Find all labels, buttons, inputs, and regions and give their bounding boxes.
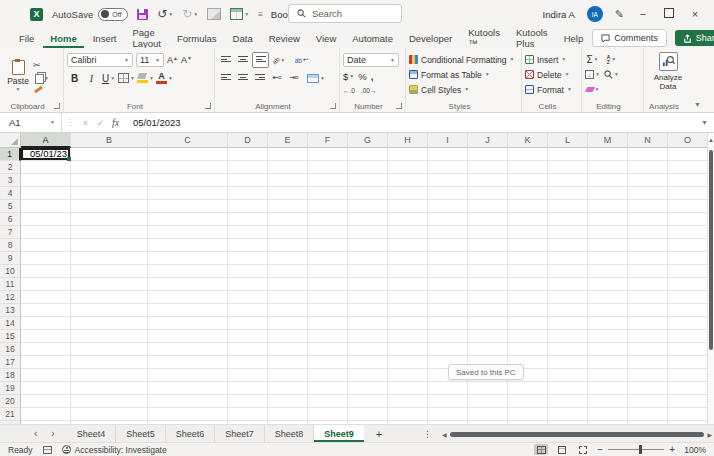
align-center-button[interactable]	[235, 71, 250, 85]
table-qat-icon[interactable]: ▼	[230, 8, 249, 20]
cell-I21[interactable]	[428, 408, 468, 421]
cell-I7[interactable]	[428, 226, 468, 239]
cell-O12[interactable]	[668, 291, 708, 304]
insert-function-button[interactable]: fx	[108, 117, 123, 128]
cell-E1[interactable]	[268, 148, 308, 161]
cell-G7[interactable]	[348, 226, 388, 239]
chevron-down-icon[interactable]: ▼	[110, 76, 115, 81]
cell-I2[interactable]	[428, 161, 468, 174]
tab-formulas[interactable]: Formulas	[170, 28, 224, 48]
zoom-level[interactable]: 100%	[682, 445, 706, 455]
align-right-button[interactable]	[252, 71, 267, 85]
sheet-tab-sheet9[interactable]: Sheet9	[314, 425, 364, 442]
cell-F16[interactable]	[308, 343, 348, 356]
format-painter-button[interactable]	[34, 86, 43, 94]
tab-file[interactable]: File	[12, 28, 41, 48]
cell-D6[interactable]	[228, 213, 268, 226]
number-dialog-launcher[interactable]	[396, 103, 402, 109]
search-input[interactable]: Search	[288, 4, 402, 23]
cell-C5[interactable]	[148, 200, 228, 213]
cell-H13[interactable]	[388, 304, 428, 317]
top-align-button[interactable]	[218, 53, 233, 67]
autosave-switch[interactable]: Off	[98, 8, 128, 21]
cell-N5[interactable]	[628, 200, 668, 213]
cell-N17[interactable]	[628, 356, 668, 369]
cell-E20[interactable]	[268, 395, 308, 408]
cell-A7[interactable]	[21, 226, 71, 239]
cell-J19[interactable]	[468, 382, 508, 395]
cell-E9[interactable]	[268, 252, 308, 265]
cell-J14[interactable]	[468, 317, 508, 330]
cell-F14[interactable]	[308, 317, 348, 330]
cell-N18[interactable]	[628, 369, 668, 382]
cell-D12[interactable]	[228, 291, 268, 304]
cell-K7[interactable]	[508, 226, 548, 239]
cell-H9[interactable]	[388, 252, 428, 265]
cell-L21[interactable]	[548, 408, 588, 421]
number-format-select[interactable]: Date▼	[343, 53, 399, 67]
chevron-down-icon[interactable]: ▼	[244, 12, 249, 17]
cell-M17[interactable]	[588, 356, 628, 369]
cell-I10[interactable]	[428, 265, 468, 278]
horizontal-scrollbar[interactable]: ◀ ▶	[442, 428, 712, 440]
cell-J9[interactable]	[468, 252, 508, 265]
clipboard-dialog-launcher[interactable]	[54, 103, 60, 109]
cell-B20[interactable]	[71, 395, 148, 408]
cell-D14[interactable]	[228, 317, 268, 330]
cell-D19[interactable]	[228, 382, 268, 395]
cell-G3[interactable]	[348, 174, 388, 187]
sheet-tab-sheet8[interactable]: Sheet8	[265, 425, 315, 442]
cell-E11[interactable]	[268, 278, 308, 291]
cell-G5[interactable]	[348, 200, 388, 213]
tab-developer[interactable]: Developer	[402, 28, 459, 48]
cell-K1[interactable]	[508, 148, 548, 161]
row-header-14[interactable]: 14	[0, 317, 21, 330]
cell-K14[interactable]	[508, 317, 548, 330]
cell-D11[interactable]	[228, 278, 268, 291]
cell-J6[interactable]	[468, 213, 508, 226]
cell-H8[interactable]	[388, 239, 428, 252]
cell-J3[interactable]	[468, 174, 508, 187]
cell-A14[interactable]	[21, 317, 71, 330]
cell-I13[interactable]	[428, 304, 468, 317]
row-header-4[interactable]: 4	[0, 187, 21, 200]
cell-K3[interactable]	[508, 174, 548, 187]
format-cells-button[interactable]: Format▼	[525, 82, 578, 97]
cell-B17[interactable]	[71, 356, 148, 369]
delete-cells-button[interactable]: Delete▼	[525, 67, 578, 82]
cell-J20[interactable]	[468, 395, 508, 408]
cell-A3[interactable]	[21, 174, 71, 187]
cell-L9[interactable]	[548, 252, 588, 265]
cell-N21[interactable]	[628, 408, 668, 421]
column-header-M[interactable]: M	[588, 133, 628, 148]
cell-H5[interactable]	[388, 200, 428, 213]
sheet-nav-right-icon[interactable]: ›	[51, 428, 54, 439]
cell-M5[interactable]	[588, 200, 628, 213]
cell-E17[interactable]	[268, 356, 308, 369]
cell-C11[interactable]	[148, 278, 228, 291]
cancel-icon[interactable]: ×	[78, 118, 93, 128]
row-header-18[interactable]: 18	[0, 369, 21, 382]
cell-M21[interactable]	[588, 408, 628, 421]
tab-review[interactable]: Review	[262, 28, 307, 48]
cell-E8[interactable]	[268, 239, 308, 252]
cell-O21[interactable]	[668, 408, 708, 421]
cell-O7[interactable]	[668, 226, 708, 239]
cell-M3[interactable]	[588, 174, 628, 187]
row-header-16[interactable]: 16	[0, 343, 21, 356]
cell-L1[interactable]	[548, 148, 588, 161]
cell-O11[interactable]	[668, 278, 708, 291]
accessibility-status[interactable]: Accessibility: Investigate	[62, 445, 167, 455]
cell-N16[interactable]	[628, 343, 668, 356]
cell-N9[interactable]	[628, 252, 668, 265]
cell-G17[interactable]	[348, 356, 388, 369]
excel-app-icon[interactable]: X	[30, 8, 43, 21]
expand-formula-bar-icon[interactable]: ▼	[701, 119, 714, 126]
cell-F18[interactable]	[308, 369, 348, 382]
percent-style-button[interactable]: %	[358, 71, 366, 82]
collapse-ribbon-button[interactable]: ▼	[694, 101, 701, 108]
cell-M10[interactable]	[588, 265, 628, 278]
cell-N3[interactable]	[628, 174, 668, 187]
merge-center-button[interactable]: ▼	[307, 71, 325, 85]
cell-M14[interactable]	[588, 317, 628, 330]
